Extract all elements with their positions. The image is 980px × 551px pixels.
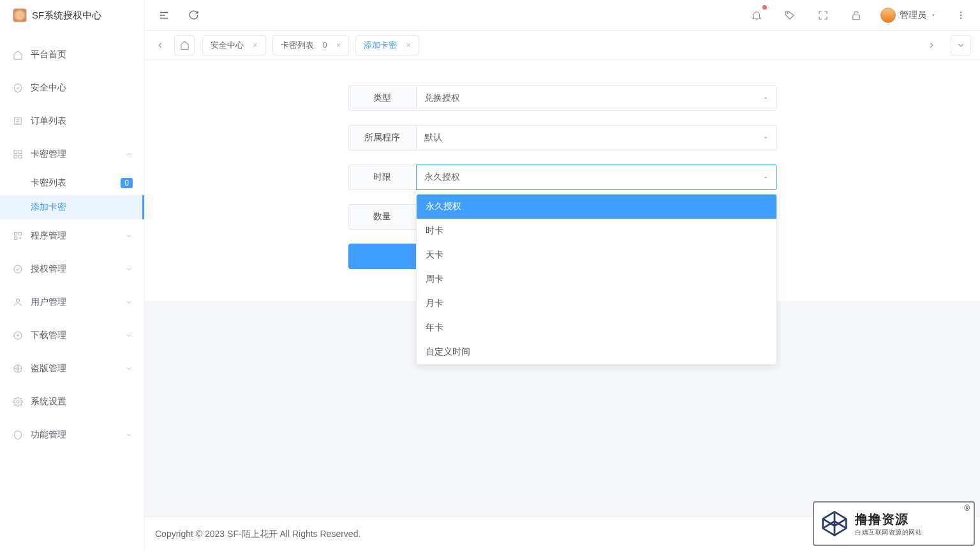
- form-label-duration: 时限: [348, 165, 416, 190]
- tabs-home-button[interactable]: [174, 35, 195, 55]
- dropdown-option[interactable]: 永久授权: [417, 195, 776, 219]
- notifications-button[interactable]: [748, 6, 766, 24]
- select-value: 默认: [424, 132, 442, 143]
- sidebar-item-label: 系统设置: [31, 396, 133, 408]
- sidebar-subitem-add-card[interactable]: 添加卡密: [0, 195, 144, 219]
- close-icon[interactable]: ×: [406, 40, 411, 50]
- form-row-duration: 时限 永久授权: [145, 165, 980, 190]
- watermark-subtitle: 白嫖互联网资源的网站: [855, 528, 922, 537]
- sidebar-item-system-settings[interactable]: 系统设置: [0, 385, 144, 418]
- sidebar-item-label: 用户管理: [31, 297, 125, 308]
- app-logo-icon: [13, 8, 27, 22]
- apps-icon: [13, 231, 23, 241]
- svg-point-17: [960, 17, 961, 18]
- watermark-badge: 撸撸资源 白嫖互联网资源的网站 ®: [813, 501, 975, 546]
- chevron-down-icon: [125, 298, 133, 306]
- sidebar-item-feature-manage[interactable]: 功能管理: [0, 418, 144, 452]
- sidebar-menu: 平台首页 安全中心 订单列表 卡密管理 卡密列表 0 添加卡密 程序管理: [0, 31, 144, 452]
- sidebar-item-label: 平台首页: [31, 49, 133, 61]
- tab-card-list[interactable]: 卡密列表 0 ×: [272, 35, 350, 55]
- dropdown-option[interactable]: 月卡: [417, 291, 776, 316]
- registered-mark: ®: [964, 504, 970, 513]
- sidebar-item-label: 卡密管理: [31, 149, 125, 160]
- sidebar-item-download-manage[interactable]: 下载管理: [0, 319, 144, 352]
- tabs-scroll-left-button[interactable]: [150, 35, 170, 55]
- check-circle-icon: [13, 264, 23, 274]
- svg-rect-3: [14, 155, 17, 158]
- sidebar-item-label: 功能管理: [31, 429, 125, 441]
- dropdown-option[interactable]: 天卡: [417, 243, 776, 267]
- sidebar-item-security-center[interactable]: 安全中心: [0, 71, 144, 105]
- globe-icon: [13, 364, 23, 374]
- tab-add-card[interactable]: 添加卡密 ×: [355, 35, 419, 55]
- user-icon: [13, 297, 23, 307]
- sidebar-item-piracy-manage[interactable]: 盗版管理: [0, 352, 144, 385]
- svg-point-16: [960, 14, 961, 15]
- svg-rect-14: [853, 15, 860, 20]
- sidebar-item-platform-home[interactable]: 平台首页: [0, 38, 144, 71]
- duration-select[interactable]: 永久授权: [416, 165, 777, 190]
- tab-label: 安全中心: [211, 40, 244, 51]
- close-icon[interactable]: ×: [253, 40, 258, 50]
- duration-dropdown-panel: 永久授权 时卡 天卡 周卡 月卡 年卡 自定义时间: [416, 194, 777, 365]
- main: 管理员 安全中心 × 卡密列表 0 × 添加卡密 ×: [145, 0, 980, 551]
- content-area: 类型 兑换授权 所属程序 默认 时限 永久授权: [145, 60, 980, 517]
- chevron-down-icon: [125, 365, 133, 372]
- sidebar-item-user-manage[interactable]: 用户管理: [0, 286, 144, 319]
- caret-down-icon: [930, 12, 937, 18]
- dropdown-option[interactable]: 周卡: [417, 267, 776, 291]
- dropdown-option[interactable]: 自定义时间: [417, 340, 776, 364]
- count-badge: 0: [121, 178, 133, 188]
- dropdown-option[interactable]: 年卡: [417, 316, 776, 340]
- topbar: 管理员: [145, 0, 980, 31]
- user-menu[interactable]: 管理员: [880, 8, 937, 23]
- fullscreen-button[interactable]: [814, 6, 832, 24]
- sidebar-subitem-card-list[interactable]: 卡密列表 0: [0, 171, 144, 195]
- sidebar-item-program-manage[interactable]: 程序管理: [0, 219, 144, 253]
- logo-bar: SF系统授权中心: [0, 0, 144, 31]
- caret-down-icon: [762, 95, 769, 101]
- form-row-program: 所属程序 默认: [145, 125, 980, 151]
- home-icon: [13, 50, 23, 60]
- watermark-logo-icon: [820, 510, 849, 538]
- tab-security-center[interactable]: 安全中心 ×: [202, 35, 266, 55]
- select-value: 兑换授权: [424, 92, 460, 104]
- sidebar-item-label: 添加卡密: [31, 202, 131, 213]
- svg-point-12: [17, 400, 19, 403]
- sidebar-item-label: 订单列表: [31, 115, 133, 127]
- more-button[interactable]: [952, 6, 970, 24]
- dropdown-option[interactable]: 时卡: [417, 219, 776, 243]
- chevron-down-icon: [125, 431, 133, 439]
- shield-icon: [13, 83, 23, 93]
- chevron-down-icon: [125, 332, 133, 339]
- watermark-title: 撸撸资源: [855, 511, 922, 528]
- svg-rect-6: [19, 233, 21, 235]
- tabs-scroll-right-button[interactable]: [921, 35, 942, 55]
- grid-icon: [13, 149, 23, 159]
- svg-point-9: [16, 299, 19, 302]
- chevron-up-icon: [125, 151, 133, 158]
- sidebar-item-card-manage[interactable]: 卡密管理: [0, 138, 144, 171]
- program-select[interactable]: 默认: [416, 125, 777, 151]
- type-select[interactable]: 兑换授权: [416, 85, 777, 111]
- tabs-more-button[interactable]: [951, 35, 971, 55]
- svg-point-15: [960, 11, 961, 13]
- collapse-sidebar-button[interactable]: [155, 6, 173, 24]
- tabs-container: 安全中心 × 卡密列表 0 × 添加卡密 ×: [202, 35, 419, 55]
- app-title: SF系统授权中心: [32, 10, 101, 22]
- sidebar-item-label: 程序管理: [31, 230, 125, 242]
- tag-button[interactable]: [781, 6, 799, 24]
- sidebar-item-label: 下载管理: [31, 330, 125, 341]
- user-name-label: 管理员: [900, 10, 926, 21]
- close-icon[interactable]: ×: [336, 40, 341, 50]
- sidebar-item-auth-manage[interactable]: 授权管理: [0, 253, 144, 286]
- tab-label: 卡密列表: [281, 40, 314, 51]
- tab-label: 添加卡密: [364, 40, 397, 51]
- caret-up-icon: [762, 174, 769, 180]
- svg-rect-4: [19, 155, 22, 158]
- sidebar-item-order-list[interactable]: 订单列表: [0, 105, 144, 138]
- download-icon: [13, 330, 23, 341]
- sidebar-item-label: 卡密列表: [31, 177, 103, 189]
- refresh-button[interactable]: [184, 6, 202, 24]
- lock-button[interactable]: [847, 6, 865, 24]
